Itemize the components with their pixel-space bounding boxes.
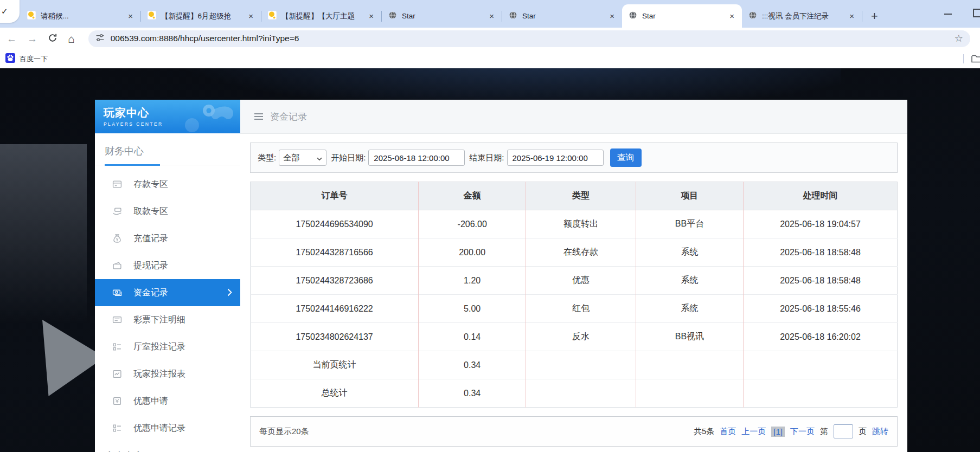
cell-type: 额度转出 xyxy=(526,210,636,238)
window-minimize-button[interactable] xyxy=(944,14,952,15)
browser-tab-1[interactable]: 请稍候... × xyxy=(21,4,140,28)
browser-tab-2[interactable]: 【新提醒】6月超级抢 × xyxy=(141,4,261,28)
pager-controls: 共5条 首页 上一页 [1] 下一页 第 页 跳转 xyxy=(694,424,888,438)
start-date-label: 开始日期: xyxy=(331,153,366,163)
sidebar-item-label: 优惠申请 xyxy=(133,396,168,407)
tab-close-icon[interactable]: × xyxy=(728,11,735,21)
sidebar-section-personal: 个人中心 xyxy=(95,442,240,452)
prev-page-link[interactable]: 上一页 xyxy=(741,427,766,437)
type-select[interactable]: 全部 xyxy=(279,150,326,166)
sidebar-item-withdraw-record[interactable]: 提现记录 xyxy=(95,252,240,279)
yellow-app-favicon xyxy=(148,11,156,21)
cell-process-time: 2025-06-18 19:04:57 xyxy=(744,210,898,238)
baidu-favicon xyxy=(5,53,15,65)
browser-toolbar: ← → ⌂ 006539.com:8886/hhcp/usercenter.ht… xyxy=(0,28,980,49)
content-body: 类型: 全部 开始日期: 结束日期: 查询 订单 xyxy=(240,134,907,447)
sidebar-item-promo-apply-record[interactable]: 优惠申请记录 xyxy=(95,415,240,442)
browser-tab-5[interactable]: Star × xyxy=(502,4,622,28)
cell-type: 优惠 xyxy=(526,267,636,295)
sidebar-item-hall-bet-record[interactable]: 厅室投注记录 xyxy=(95,333,240,360)
grid-list-icon xyxy=(112,342,122,352)
first-page-link[interactable]: 首页 xyxy=(720,427,736,437)
window-maximize-button[interactable] xyxy=(973,9,980,17)
coupon-yen-icon xyxy=(112,396,122,406)
cell-amount: 1.20 xyxy=(419,267,526,295)
cell-project: 系统 xyxy=(636,238,744,267)
cell-type: 红包 xyxy=(526,295,636,323)
page-jump-input[interactable] xyxy=(834,424,853,438)
address-bar[interactable]: 006539.com:8886/hhcp/usercenter.html?ini… xyxy=(88,30,970,47)
browser-tab-3[interactable]: 【新提醒】【大厅主题 × xyxy=(261,4,381,28)
sidebar-item-recharge-record[interactable]: 充值记录 xyxy=(95,225,240,252)
tab-close-icon[interactable]: × xyxy=(247,11,254,21)
site-info-icon[interactable] xyxy=(95,33,105,44)
tab-close-icon[interactable]: × xyxy=(368,11,375,21)
banknotes-icon xyxy=(112,288,122,298)
browser-tab-7[interactable]: :::视讯 会员下注纪录 × xyxy=(742,4,862,28)
tab-close-icon[interactable]: × xyxy=(609,11,616,21)
wallet-icon xyxy=(112,261,122,270)
tab-title: :::视讯 会员下注纪录 xyxy=(762,11,843,21)
grid-list-icon xyxy=(112,423,122,433)
filter-bar: 类型: 全部 开始日期: 结束日期: 查询 xyxy=(250,143,898,173)
cell-project: 系统 xyxy=(636,267,744,295)
jump-suffix-text: 页 xyxy=(859,427,867,437)
table-row: 1750234802624137 0.14 反水 BB视讯 2025-06-18… xyxy=(251,323,898,351)
sidebar-item-withdraw[interactable]: 取款专区 xyxy=(95,198,240,225)
cell-amount: 0.14 xyxy=(419,323,526,351)
sidebar-item-player-bet-report[interactable]: 玩家投注报表 xyxy=(95,360,240,388)
total-count-text: 共5条 xyxy=(694,427,714,437)
col-process-time: 处理时间 xyxy=(744,182,898,210)
tab-strip: 请稍候... × 【新提醒】6月超级抢 × 【新提醒】【大厅主题 × Star … xyxy=(0,0,980,28)
bookmark-star-icon[interactable]: ☆ xyxy=(955,33,963,44)
cell-project: BB平台 xyxy=(636,210,744,238)
url-text[interactable]: 006539.com:8886/hhcp/usercenter.html?ini… xyxy=(111,34,955,43)
tab-title: 请稍候... xyxy=(41,11,122,21)
list-card-icon xyxy=(112,315,122,325)
end-date-input[interactable] xyxy=(507,150,604,166)
jump-link[interactable]: 跳转 xyxy=(872,427,888,437)
bookmark-item-baidu[interactable]: 百度一下 xyxy=(20,54,48,64)
cell-amount: 0.34 xyxy=(419,351,526,379)
money-bag-icon xyxy=(112,234,122,243)
sidebar-item-promo-apply[interactable]: 优惠申请 xyxy=(95,388,240,415)
browser-tab-6-active[interactable]: Star × xyxy=(622,4,742,28)
page-size-text: 每页显示20条 xyxy=(259,427,309,437)
yellow-app-favicon xyxy=(27,11,36,21)
reload-icon[interactable] xyxy=(48,33,57,44)
search-button[interactable]: 查询 xyxy=(610,148,642,167)
sidebar-item-funds-record[interactable]: 资金记录 xyxy=(95,279,240,306)
back-icon[interactable]: ← xyxy=(7,34,17,44)
col-project: 项目 xyxy=(636,182,744,210)
browser-tab-4[interactable]: Star × xyxy=(382,4,502,28)
globe-favicon xyxy=(509,11,517,21)
tab-title: Star xyxy=(642,12,723,20)
sidebar-item-lottery-detail[interactable]: 彩票下注明细 xyxy=(95,306,240,333)
folder-icon[interactable] xyxy=(971,54,980,66)
cell-amount: 200.00 xyxy=(419,238,526,267)
current-page-indicator: [1] xyxy=(771,427,785,437)
tab-close-icon[interactable]: × xyxy=(848,11,855,21)
cell-order-id: 1750234802624137 xyxy=(251,323,419,351)
page-title: 资金记录 xyxy=(270,111,307,123)
new-tab-button[interactable]: + xyxy=(871,9,878,23)
sidebar-item-deposit[interactable]: 存款专区 xyxy=(95,171,240,198)
sidebar-item-label: 厅室投注记录 xyxy=(133,341,185,353)
cell-amount: 0.34 xyxy=(419,379,526,408)
sidebar-item-label: 彩票下注明细 xyxy=(133,314,185,326)
cell-project: 系统 xyxy=(636,295,744,323)
start-date-input[interactable] xyxy=(368,150,465,166)
tab-close-icon[interactable]: × xyxy=(127,11,134,21)
next-page-link[interactable]: 下一页 xyxy=(790,427,815,437)
type-label: 类型: xyxy=(258,153,276,163)
table-row-page-total: 当前页统计 0.34 xyxy=(251,351,898,379)
tab-close-icon[interactable]: × xyxy=(488,11,495,21)
hand-money-icon xyxy=(112,206,122,216)
browser-window: 请稍候... × 【新提醒】6月超级抢 × 【新提醒】【大厅主题 × Star … xyxy=(0,0,980,452)
forward-icon[interactable]: → xyxy=(27,34,37,44)
sidebar-menu: 存款专区 取款专区 充值记录 提现记录 资金记录 xyxy=(95,165,240,442)
home-icon[interactable]: ⌂ xyxy=(68,33,75,44)
tab-title: 【新提醒】6月超级抢 xyxy=(161,11,242,21)
tab-title: 【新提醒】【大厅主题 xyxy=(281,11,363,21)
cell-project: BB视讯 xyxy=(636,323,744,351)
